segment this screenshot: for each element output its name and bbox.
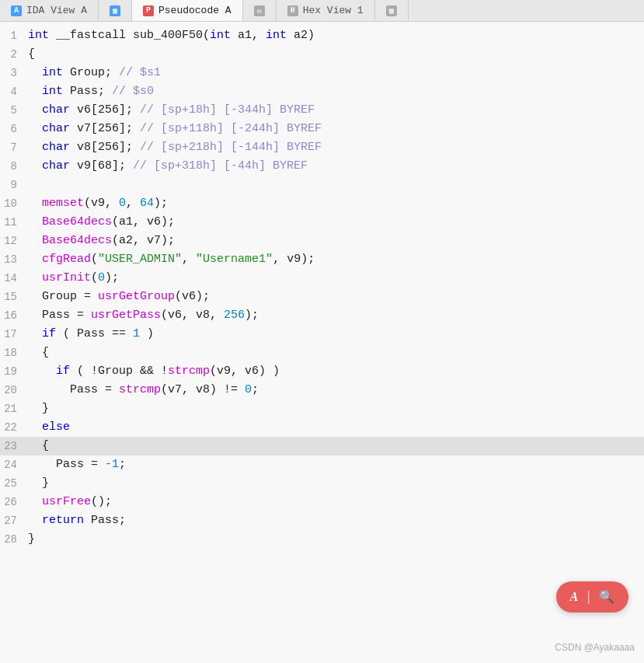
- line-number: 9: [0, 176, 23, 194]
- line-content: }: [23, 400, 644, 418]
- line-content: usrInit(0);: [23, 269, 644, 288]
- line-content: }: [23, 474, 644, 493]
- code-token: [28, 141, 42, 154]
- code-token: char: [42, 103, 70, 117]
- code-line: 7 char v8[256]; // [sp+218h] [-144h] BYR…: [0, 138, 644, 157]
- code-line: 9: [0, 176, 644, 194]
- code-token: (: [91, 253, 98, 266]
- line-content: if ( Pass == 1 ): [23, 325, 644, 344]
- code-token: [28, 271, 42, 284]
- code-token: (v7, v8) !=: [161, 383, 245, 396]
- code-token: 0: [98, 271, 105, 284]
- code-token: [28, 514, 42, 527]
- line-number: 11: [0, 213, 23, 232]
- code-token: ,: [126, 197, 140, 210]
- code-token: v8[256];: [70, 141, 140, 154]
- code-token: [28, 365, 56, 378]
- tab-bar: A IDA View A ▦ P Pseudocode A ✉ H Hex Vi…: [0, 0, 644, 22]
- code-token: );: [154, 197, 168, 210]
- line-number: 7: [0, 138, 23, 157]
- code-token: );: [105, 271, 119, 284]
- line-content: Pass = usrGetPass(v6, v8, 256);: [23, 306, 644, 325]
- code-line: 19 if ( !Group && !strcmp(v9, v6) ): [0, 362, 644, 381]
- line-number: 26: [0, 493, 23, 511]
- code-line: 12 Base64decs(a2, v7);: [0, 232, 644, 250]
- code-line: 15 Group = usrGetGroup(v6);: [0, 288, 644, 306]
- code-token: "USER_ADMIN": [98, 253, 182, 266]
- line-number: 19: [0, 362, 23, 381]
- search-icon: 🔍: [599, 589, 614, 605]
- code-token: Group =: [28, 290, 98, 303]
- code-token: char: [42, 122, 70, 135]
- code-token: // [sp+218h] [-144h] BYREF: [140, 141, 322, 154]
- code-token: [28, 215, 42, 229]
- code-token: (v9, v6) ): [210, 365, 280, 378]
- code-token: 0: [119, 197, 126, 210]
- line-content: Group = usrGetGroup(v6);: [23, 288, 644, 306]
- code-token: (: [91, 271, 98, 284]
- line-content: {: [23, 344, 644, 362]
- line-number: 3: [0, 64, 23, 82]
- line-content: Pass = strcmp(v7, v8) != 0;: [23, 381, 644, 400]
- code-token: (a1, v6);: [112, 215, 175, 229]
- tab-icon-mail: ✉: [254, 5, 265, 16]
- tab-icon-hex2[interactable]: ▦: [99, 0, 132, 21]
- code-token: [28, 197, 42, 210]
- line-number: 27: [0, 511, 23, 530]
- code-line: 5 char v6[256]; // [sp+18h] [-344h] BYRE…: [0, 101, 644, 120]
- line-content: memset(v9, 0, 64);: [23, 194, 644, 213]
- code-token: v7[256];: [70, 122, 140, 135]
- code-token: Pass;: [84, 514, 126, 527]
- code-line: 10 memset(v9, 0, 64);: [0, 194, 644, 213]
- tab-ida-view[interactable]: A IDA View A: [0, 0, 99, 21]
- code-token: // [sp+118h] [-244h] BYREF: [140, 122, 322, 135]
- code-token: int: [266, 29, 287, 42]
- code-token: "Username1": [196, 253, 273, 266]
- code-line: 2{: [0, 45, 644, 64]
- line-number: 8: [0, 157, 23, 176]
- tab-extra[interactable]: ▦: [375, 0, 409, 21]
- code-token: Pass;: [63, 85, 112, 98]
- line-content: }: [23, 530, 644, 549]
- tab-icon-ida: A: [11, 5, 22, 16]
- line-number: 15: [0, 288, 23, 306]
- code-token: (v6, v8,: [161, 309, 224, 322]
- line-content: Pass = -1;: [23, 455, 644, 474]
- code-token: ,: [182, 253, 196, 266]
- float-button[interactable]: A | 🔍: [556, 581, 628, 612]
- line-number: 13: [0, 250, 23, 269]
- line-content: Base64decs(a2, v7);: [23, 232, 644, 250]
- code-line: 25 }: [0, 474, 644, 493]
- code-token: int: [210, 29, 231, 42]
- line-content: int Group; // $s1: [23, 64, 644, 82]
- code-token: ();: [91, 495, 112, 508]
- code-token: Base64decs: [42, 215, 112, 229]
- code-line: 18 {: [0, 344, 644, 362]
- line-content: if ( !Group && !strcmp(v9, v6) ): [23, 362, 644, 381]
- code-token: , v9);: [273, 253, 315, 266]
- line-content: int __fastcall sub_400F50(int a1, int a2…: [23, 26, 644, 45]
- code-token: [28, 159, 42, 173]
- line-number: 25: [0, 474, 23, 493]
- code-line: 1int __fastcall sub_400F50(int a1, int a…: [0, 26, 644, 45]
- code-token: char: [42, 159, 70, 173]
- code-token: }: [28, 476, 49, 490]
- tab-mail[interactable]: ✉: [243, 0, 277, 21]
- code-token: 1: [133, 327, 140, 340]
- line-number: 22: [0, 418, 23, 437]
- code-token: // $s0: [112, 85, 154, 98]
- line-number: 2: [0, 45, 23, 64]
- code-token: [28, 495, 42, 508]
- code-token: ;: [252, 383, 259, 396]
- code-token: 64: [140, 197, 154, 210]
- code-line: 14 usrInit(0);: [0, 269, 644, 288]
- line-content: char v9[68]; // [sp+318h] [-44h] BYREF: [23, 157, 644, 176]
- tab-hex-view[interactable]: H Hex View 1: [277, 0, 375, 21]
- code-line: 27 return Pass;: [0, 511, 644, 530]
- tab-pseudocode[interactable]: P Pseudocode A: [132, 0, 243, 21]
- line-content: cfgRead("USER_ADMIN", "Username1", v9);: [23, 250, 644, 269]
- code-token: strcmp: [119, 383, 161, 396]
- code-token: [28, 103, 42, 117]
- code-token: (v6);: [175, 290, 210, 303]
- line-number: 16: [0, 306, 23, 325]
